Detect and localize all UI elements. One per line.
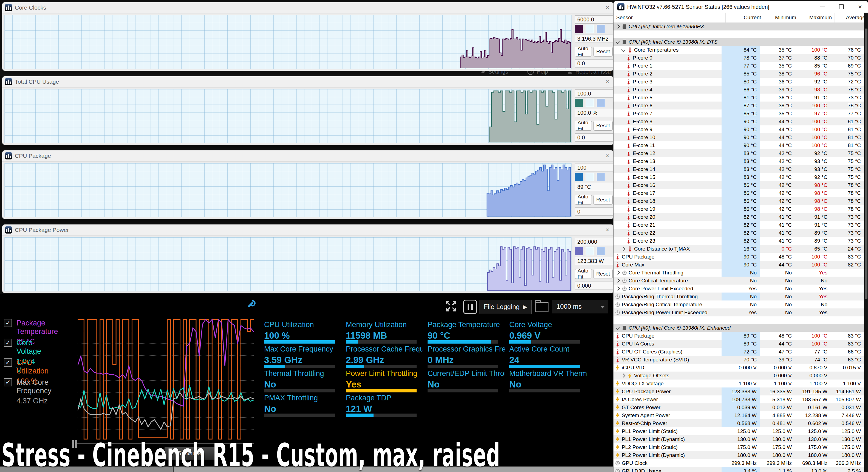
sensor-row[interactable]: E-core 2082 °C41 °C91 °C73 °C [614,213,864,221]
scale-bottom-field[interactable]: 0.0 [575,59,613,67]
sensor-row[interactable]: CPU Package89 °C48 °C100 °C83 °C [614,332,864,340]
color-swatch-0[interactable] [575,99,583,107]
sensor-row[interactable]: E-core 1986 °C42 °C98 °C78 °C [614,205,864,213]
column-header-maximum[interactable]: Maximum [799,12,835,23]
chevron-right-icon[interactable] [616,271,620,275]
color-swatch-2[interactable] [597,247,605,255]
column-header-current[interactable]: Current [725,12,764,23]
sensor-row[interactable]: Package/Ring Power Limit ExceededYesNoYe… [614,308,864,316]
color-swatch-1[interactable] [586,173,594,181]
sensor-row[interactable]: E-core 990 °C44 °C100 °C81 °C [614,125,864,134]
legend-checkbox[interactable]: ✓ [4,338,12,347]
sensor-row[interactable]: E-core 1483 °C42 °C93 °C75 °C [614,165,864,173]
chevron-down-icon[interactable] [616,326,620,330]
minimize-icon[interactable] [820,7,825,7]
sensor-row[interactable]: VDDQ TX Voltage1.100 V1.100 V1.100 V1.10… [614,380,864,387]
color-swatch-1[interactable] [586,247,594,255]
sensor-row[interactable]: PL2 Power Limit (Dynamic)180.0 W180.0 W1… [614,451,864,459]
color-swatch-1[interactable] [586,99,594,107]
scale-bottom-field[interactable]: 0.000 [575,282,613,290]
sensor-row[interactable]: Core Critical TemperatureNoNoNo [614,276,864,285]
color-swatch-0[interactable] [575,173,583,181]
reset-button[interactable]: Reset [593,269,613,279]
sensor-row[interactable]: E-core 2382 °C41 °C89 °C73 °C [614,237,864,245]
color-swatch-2[interactable] [597,99,605,107]
auto-fit-button[interactable]: Auto Fit [575,269,592,279]
sensor-row[interactable]: P-core 177 °C35 °C85 °C69 °C [614,62,864,70]
interval-dropdown[interactable]: 1000 ms [552,300,608,314]
column-header-minimum[interactable]: Minimum [764,12,799,23]
sensor-row[interactable]: System Agent Power12.164 W4.885 W12.238 … [614,411,864,419]
chevron-right-icon[interactable] [616,287,620,291]
close-icon[interactable]: × [606,152,609,160]
scale-top-field[interactable]: 200.000 [575,238,613,246]
maximize-icon[interactable] [839,4,844,9]
sensor-row[interactable]: E-core 2282 °C41 °C89 °C73 °C [614,229,864,237]
color-swatch-0[interactable] [575,25,583,33]
auto-fit-button[interactable]: Auto Fit [575,47,592,57]
sensor-row[interactable]: Rest-of-Chip Power0.568 W0.481 W0.602 W0… [614,419,864,427]
sensor-row[interactable]: Package/Ring Critical TemperatureNoNoNo [614,300,864,308]
sensor-row[interactable]: CPU Package Power123.383 W16.335 W191.18… [614,387,864,395]
sensor-group-row[interactable]: CPU [#0]: Intel Core i9-13980HX: DTS [614,38,864,46]
sensor-row[interactable]: PL1 Power Limit (Dynamic)130.0 W130.0 W1… [614,435,864,443]
column-header-sensor[interactable]: Sensor [614,12,725,23]
sensor-group-row[interactable]: CPU [#0]: Intel Core i9-13980HX: Enhance… [614,324,864,332]
sensor-row[interactable]: E-core 1583 °C42 °C92 °C75 °C [614,173,864,181]
close-icon[interactable]: × [606,78,609,86]
chevron-right-icon[interactable] [621,247,626,251]
scale-top-field[interactable]: 100 [575,164,613,172]
close-icon[interactable]: × [606,4,609,11]
chevron-right-icon[interactable] [621,374,626,378]
column-header-average[interactable]: Average [835,12,868,23]
sensor-row[interactable]: P-core 486 °C39 °C98 °C78 °C [614,86,864,94]
sensor-row[interactable]: Core Temperatures84 °C35 °C100 °C76 °C [614,46,864,54]
sensor-row[interactable]: E-core 1190 °C44 °C100 °C81 °C [614,141,864,149]
sensor-row[interactable]: E-core 1686 °C42 °C98 °C78 °C [614,181,864,189]
color-swatch-2[interactable] [597,25,605,33]
reset-button[interactable]: Reset [593,47,613,57]
sensor-row[interactable]: PL1 Power Limit (Static)125.0 W125.0 W12… [614,427,864,435]
close-icon[interactable]: × [606,226,609,234]
sensor-row[interactable]: iGPU VID0.000 V0.000 V0.870 V0.015 V [614,363,864,372]
sensor-row[interactable]: GPU D3D Usage3.4 %1.1 %13.0 %2.5 % [614,467,864,472]
sensor-row[interactable]: E-core 1786 °C42 °C98 °C78 °C [614,189,864,197]
pause-button[interactable] [463,300,477,314]
sensor-row[interactable]: CPU Package90 °C48 °C100 °C83 °C [614,253,864,261]
sensor-row[interactable]: GPU Clock299.3 MHz299.3 MHz698.3 MHz306.… [614,459,864,467]
sensor-row[interactable]: E-core 890 °C44 °C100 °C81 °C [614,117,864,125]
scrollbar[interactable] [864,12,868,472]
expand-icon[interactable] [444,300,458,313]
reset-button[interactable]: Reset [593,121,613,130]
close-icon[interactable]: × [858,5,862,9]
sensor-row[interactable]: Core Thermal ThrottlingNoNoYes [614,269,864,276]
sensor-row[interactable]: E-core 1886 °C42 °C98 °C78 °C [614,197,864,205]
sensor-row[interactable]: Core Max90 °C44 °C100 °C82 °C [614,261,864,269]
color-swatch-0[interactable] [575,247,583,255]
window-titlebar[interactable]: Total CPU Usage [2,76,614,88]
scale-bottom-field[interactable]: 0 [575,207,613,216]
sensor-row[interactable]: GT Cores Power0.039 W0.012 W0.161 W0.031… [614,404,864,411]
auto-fit-button[interactable]: Auto Fit [575,121,592,130]
chevron-right-icon[interactable] [616,278,620,283]
legend-checkbox[interactable]: ✓ [4,358,12,366]
sensor-row[interactable]: CPU IA Cores89 °C44 °C100 °C83 °C [614,340,864,348]
sensor-row[interactable]: P-core 078 °C37 °C88 °C70 °C [614,54,864,62]
sensor-row[interactable]: P-core 785 °C35 °C97 °C77 °C [614,110,864,117]
window-titlebar[interactable]: CPU Package Power [2,225,614,236]
sensor-row[interactable]: E-core 2182 °C41 °C91 °C73 °C [614,221,864,229]
sensor-row[interactable]: P-core 687 °C38 °C100 °C78 °C [614,101,864,110]
window-titlebar[interactable]: Core Clocks [2,2,614,13]
chevron-down-icon[interactable] [621,48,626,52]
sensor-row[interactable]: Core Distance to TjMAX16 °C0 °C65 °C24 °… [614,245,864,253]
sensor-table-header[interactable]: SensorCurrentMinimumMaximumAverage [614,12,868,23]
sensor-row[interactable]: Core Power Limit ExceededYesNoYes [614,285,864,293]
sensor-row[interactable]: E-core 1090 °C44 °C100 °C81 °C [614,134,864,141]
sensor-row[interactable]: P-core 581 °C36 °C91 °C73 °C [614,94,864,101]
sensor-row[interactable]: Voltage Offsets0.000 V0.000 V [614,372,864,380]
chevron-down-icon[interactable] [616,40,620,44]
legend-checkbox[interactable]: ✓ [4,378,12,386]
scrollbar-thumb[interactable] [865,29,867,299]
scale-bottom-field[interactable]: 0.0 [575,134,613,142]
sensor-row[interactable]: VR VCC Temperature (SVID)70 °C39 °C74 °C… [614,356,864,363]
